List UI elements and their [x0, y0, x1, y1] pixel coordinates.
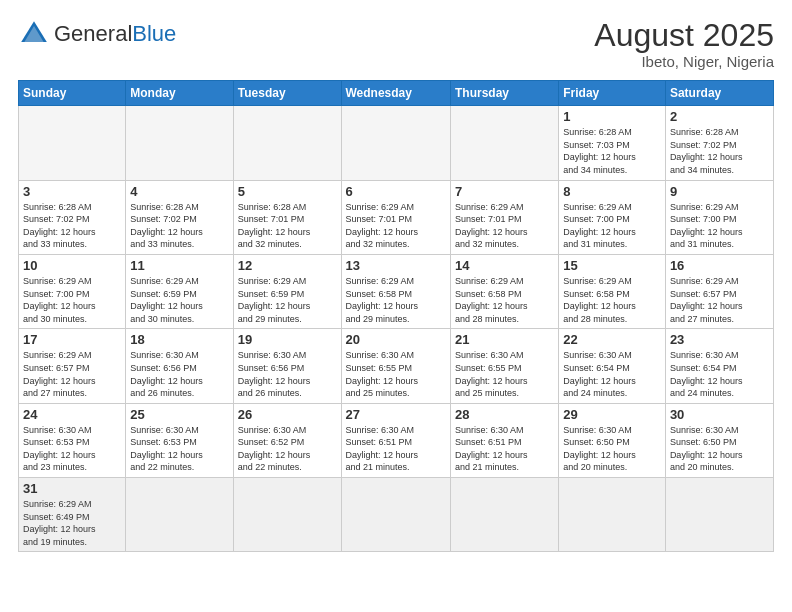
header-sunday: Sunday	[19, 81, 126, 106]
day-info: Sunrise: 6:28 AM Sunset: 7:01 PM Dayligh…	[238, 201, 337, 251]
cell-w1-d1: 4Sunrise: 6:28 AM Sunset: 7:02 PM Daylig…	[126, 180, 233, 254]
cell-w4-d4: 28Sunrise: 6:30 AM Sunset: 6:51 PM Dayli…	[450, 403, 558, 477]
day-info: Sunrise: 6:30 AM Sunset: 6:56 PM Dayligh…	[130, 349, 228, 399]
day-number: 10	[23, 258, 121, 273]
cell-w3-d1: 18Sunrise: 6:30 AM Sunset: 6:56 PM Dayli…	[126, 329, 233, 403]
day-info: Sunrise: 6:30 AM Sunset: 6:51 PM Dayligh…	[455, 424, 554, 474]
header: GeneralBlue August 2025 Ibeto, Niger, Ni…	[18, 18, 774, 70]
day-info: Sunrise: 6:29 AM Sunset: 7:00 PM Dayligh…	[23, 275, 121, 325]
day-info: Sunrise: 6:30 AM Sunset: 6:55 PM Dayligh…	[346, 349, 446, 399]
cell-w0-d1	[126, 106, 233, 180]
day-number: 31	[23, 481, 121, 496]
cell-w5-d0: 31Sunrise: 6:29 AM Sunset: 6:49 PM Dayli…	[19, 478, 126, 552]
logo-general: General	[54, 21, 132, 46]
day-number: 5	[238, 184, 337, 199]
cell-w2-d5: 15Sunrise: 6:29 AM Sunset: 6:58 PM Dayli…	[559, 254, 666, 328]
day-number: 29	[563, 407, 661, 422]
page: GeneralBlue August 2025 Ibeto, Niger, Ni…	[0, 0, 792, 612]
cell-w3-d5: 22Sunrise: 6:30 AM Sunset: 6:54 PM Dayli…	[559, 329, 666, 403]
day-info: Sunrise: 6:29 AM Sunset: 6:59 PM Dayligh…	[130, 275, 228, 325]
day-number: 24	[23, 407, 121, 422]
week-row-4: 24Sunrise: 6:30 AM Sunset: 6:53 PM Dayli…	[19, 403, 774, 477]
day-info: Sunrise: 6:28 AM Sunset: 7:02 PM Dayligh…	[670, 126, 769, 176]
day-info: Sunrise: 6:30 AM Sunset: 6:55 PM Dayligh…	[455, 349, 554, 399]
header-friday: Friday	[559, 81, 666, 106]
day-info: Sunrise: 6:30 AM Sunset: 6:50 PM Dayligh…	[670, 424, 769, 474]
day-info: Sunrise: 6:28 AM Sunset: 7:02 PM Dayligh…	[130, 201, 228, 251]
day-number: 2	[670, 109, 769, 124]
title-block: August 2025 Ibeto, Niger, Nigeria	[594, 18, 774, 70]
cell-w1-d0: 3Sunrise: 6:28 AM Sunset: 7:02 PM Daylig…	[19, 180, 126, 254]
cell-w3-d6: 23Sunrise: 6:30 AM Sunset: 6:54 PM Dayli…	[665, 329, 773, 403]
calendar-table: Sunday Monday Tuesday Wednesday Thursday…	[18, 80, 774, 552]
calendar-subtitle: Ibeto, Niger, Nigeria	[594, 53, 774, 70]
cell-w3-d0: 17Sunrise: 6:29 AM Sunset: 6:57 PM Dayli…	[19, 329, 126, 403]
cell-w2-d1: 11Sunrise: 6:29 AM Sunset: 6:59 PM Dayli…	[126, 254, 233, 328]
day-number: 17	[23, 332, 121, 347]
header-wednesday: Wednesday	[341, 81, 450, 106]
day-info: Sunrise: 6:30 AM Sunset: 6:56 PM Dayligh…	[238, 349, 337, 399]
cell-w5-d2	[233, 478, 341, 552]
day-number: 16	[670, 258, 769, 273]
day-info: Sunrise: 6:30 AM Sunset: 6:54 PM Dayligh…	[670, 349, 769, 399]
day-number: 28	[455, 407, 554, 422]
day-info: Sunrise: 6:28 AM Sunset: 7:03 PM Dayligh…	[563, 126, 661, 176]
day-number: 23	[670, 332, 769, 347]
day-number: 4	[130, 184, 228, 199]
day-info: Sunrise: 6:29 AM Sunset: 6:59 PM Dayligh…	[238, 275, 337, 325]
day-info: Sunrise: 6:29 AM Sunset: 6:58 PM Dayligh…	[346, 275, 446, 325]
cell-w5-d6	[665, 478, 773, 552]
day-info: Sunrise: 6:29 AM Sunset: 7:00 PM Dayligh…	[563, 201, 661, 251]
calendar-header-row: Sunday Monday Tuesday Wednesday Thursday…	[19, 81, 774, 106]
day-number: 9	[670, 184, 769, 199]
day-info: Sunrise: 6:30 AM Sunset: 6:54 PM Dayligh…	[563, 349, 661, 399]
day-number: 7	[455, 184, 554, 199]
day-info: Sunrise: 6:29 AM Sunset: 6:58 PM Dayligh…	[563, 275, 661, 325]
cell-w0-d2	[233, 106, 341, 180]
cell-w4-d6: 30Sunrise: 6:30 AM Sunset: 6:50 PM Dayli…	[665, 403, 773, 477]
day-number: 26	[238, 407, 337, 422]
cell-w0-d5: 1Sunrise: 6:28 AM Sunset: 7:03 PM Daylig…	[559, 106, 666, 180]
header-tuesday: Tuesday	[233, 81, 341, 106]
week-row-3: 17Sunrise: 6:29 AM Sunset: 6:57 PM Dayli…	[19, 329, 774, 403]
cell-w4-d5: 29Sunrise: 6:30 AM Sunset: 6:50 PM Dayli…	[559, 403, 666, 477]
logo: GeneralBlue	[18, 18, 176, 50]
cell-w0-d4	[450, 106, 558, 180]
cell-w3-d4: 21Sunrise: 6:30 AM Sunset: 6:55 PM Dayli…	[450, 329, 558, 403]
cell-w3-d3: 20Sunrise: 6:30 AM Sunset: 6:55 PM Dayli…	[341, 329, 450, 403]
cell-w4-d3: 27Sunrise: 6:30 AM Sunset: 6:51 PM Dayli…	[341, 403, 450, 477]
cell-w0-d6: 2Sunrise: 6:28 AM Sunset: 7:02 PM Daylig…	[665, 106, 773, 180]
day-number: 1	[563, 109, 661, 124]
day-number: 14	[455, 258, 554, 273]
day-number: 18	[130, 332, 228, 347]
day-info: Sunrise: 6:30 AM Sunset: 6:53 PM Dayligh…	[23, 424, 121, 474]
cell-w4-d0: 24Sunrise: 6:30 AM Sunset: 6:53 PM Dayli…	[19, 403, 126, 477]
cell-w0-d0	[19, 106, 126, 180]
week-row-1: 3Sunrise: 6:28 AM Sunset: 7:02 PM Daylig…	[19, 180, 774, 254]
day-info: Sunrise: 6:29 AM Sunset: 6:57 PM Dayligh…	[670, 275, 769, 325]
day-info: Sunrise: 6:28 AM Sunset: 7:02 PM Dayligh…	[23, 201, 121, 251]
logo-text: GeneralBlue	[54, 23, 176, 45]
cell-w1-d6: 9Sunrise: 6:29 AM Sunset: 7:00 PM Daylig…	[665, 180, 773, 254]
header-thursday: Thursday	[450, 81, 558, 106]
day-number: 8	[563, 184, 661, 199]
day-number: 22	[563, 332, 661, 347]
calendar-title: August 2025	[594, 18, 774, 53]
day-info: Sunrise: 6:29 AM Sunset: 7:00 PM Dayligh…	[670, 201, 769, 251]
day-number: 11	[130, 258, 228, 273]
day-info: Sunrise: 6:30 AM Sunset: 6:51 PM Dayligh…	[346, 424, 446, 474]
header-monday: Monday	[126, 81, 233, 106]
cell-w0-d3	[341, 106, 450, 180]
day-number: 30	[670, 407, 769, 422]
cell-w5-d3	[341, 478, 450, 552]
week-row-2: 10Sunrise: 6:29 AM Sunset: 7:00 PM Dayli…	[19, 254, 774, 328]
cell-w2-d0: 10Sunrise: 6:29 AM Sunset: 7:00 PM Dayli…	[19, 254, 126, 328]
cell-w5-d1	[126, 478, 233, 552]
day-number: 19	[238, 332, 337, 347]
week-row-0: 1Sunrise: 6:28 AM Sunset: 7:03 PM Daylig…	[19, 106, 774, 180]
cell-w4-d1: 25Sunrise: 6:30 AM Sunset: 6:53 PM Dayli…	[126, 403, 233, 477]
logo-blue: Blue	[132, 21, 176, 46]
day-info: Sunrise: 6:29 AM Sunset: 7:01 PM Dayligh…	[346, 201, 446, 251]
day-number: 13	[346, 258, 446, 273]
day-number: 27	[346, 407, 446, 422]
